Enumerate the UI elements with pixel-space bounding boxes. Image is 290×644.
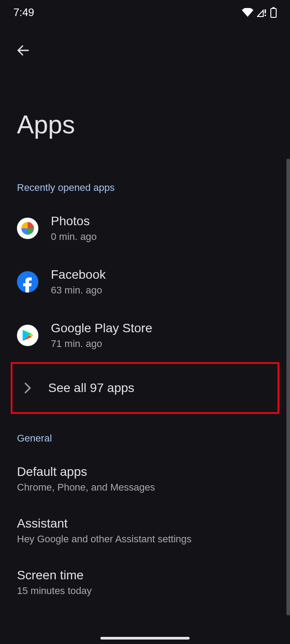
app-name: Google Play Store	[51, 321, 152, 335]
section-header-recent: Recently opened apps	[0, 139, 290, 202]
svg-rect-2	[271, 8, 276, 17]
scrollbar[interactable]	[286, 159, 290, 615]
item-subtitle: Hey Google and other Assistant settings	[17, 533, 279, 545]
page-title: Apps	[0, 61, 290, 139]
play-store-icon	[17, 325, 38, 346]
svg-rect-1	[265, 15, 266, 16]
facebook-icon	[17, 271, 38, 293]
app-subtitle: 0 min. ago	[51, 231, 97, 243]
status-time: 7:49	[13, 6, 34, 19]
item-subtitle: Chrome, Phone, and Messages	[17, 482, 279, 493]
svg-rect-0	[265, 9, 266, 13]
item-subtitle: 15 minutes today	[17, 585, 279, 597]
item-title: Default apps	[17, 465, 279, 479]
see-all-apps-button[interactable]: See all 97 apps	[12, 366, 278, 410]
recent-app-photos[interactable]: Photos 0 min. ago	[0, 202, 290, 255]
chevron-right-icon	[17, 382, 38, 394]
item-title: Screen time	[17, 568, 279, 582]
battery-icon	[270, 7, 277, 18]
arrow-left-icon	[16, 43, 31, 59]
photos-icon	[17, 218, 38, 239]
app-name: Photos	[51, 214, 97, 228]
recent-app-play-store[interactable]: Google Play Store 71 min. ago	[0, 309, 290, 362]
see-all-label: See all 97 apps	[38, 381, 134, 395]
default-apps-item[interactable]: Default apps Chrome, Phone, and Messages	[0, 453, 290, 505]
back-button[interactable]	[13, 41, 33, 61]
assistant-item[interactable]: Assistant Hey Google and other Assistant…	[0, 505, 290, 557]
app-name: Facebook	[51, 268, 106, 282]
app-subtitle: 71 min. ago	[51, 338, 152, 350]
screen-time-item[interactable]: Screen time 15 minutes today	[0, 557, 290, 608]
svg-rect-3	[273, 7, 275, 8]
wifi-icon	[242, 8, 253, 17]
toolbar	[0, 25, 290, 61]
section-header-general: General	[0, 414, 290, 453]
status-bar: 7:49	[0, 0, 290, 25]
status-icons	[242, 7, 277, 18]
recent-app-facebook[interactable]: Facebook 63 min. ago	[0, 255, 290, 309]
signal-alert-icon	[257, 8, 267, 17]
app-subtitle: 63 min. ago	[51, 285, 106, 296]
item-title: Assistant	[17, 516, 279, 531]
highlight-box: See all 97 apps	[11, 362, 279, 414]
home-indicator[interactable]	[100, 637, 190, 640]
